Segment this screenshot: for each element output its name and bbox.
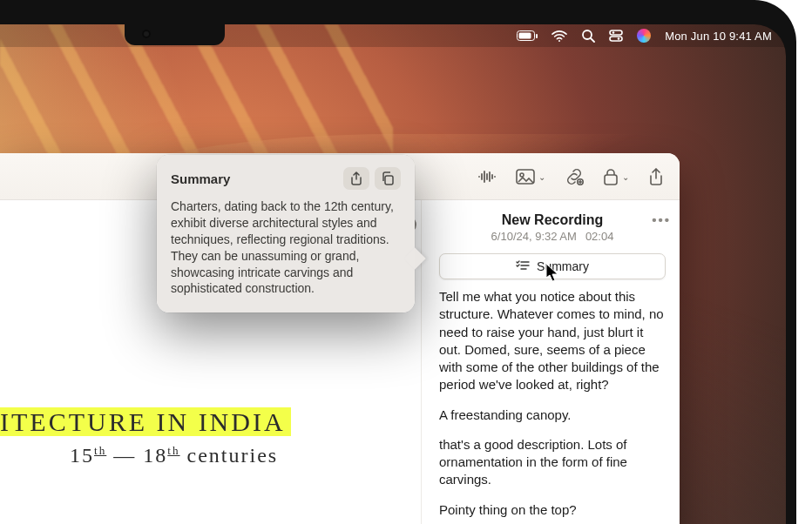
svg-point-8 [618,37,620,40]
transcript-paragraph: that's a good description. Lots of ornam… [439,436,666,489]
recording-title: New Recording [439,212,666,228]
popover-body: Charters, dating back to the 12th centur… [171,198,401,297]
chevron-down-icon: ⌄ [538,172,545,182]
wifi-icon[interactable] [551,30,567,42]
svg-rect-6 [610,37,622,41]
handwritten-note: ITECTURE IN INDIA 15th — 18th centuries [0,406,394,467]
svg-rect-2 [536,34,538,38]
summary-button-label: Summary [537,259,589,273]
summary-popover: Summary Charters, dating back to the 12t… [157,155,415,312]
share-button[interactable] [648,168,664,185]
chevron-down-icon: ⌄ [622,172,629,182]
battery-icon[interactable] [517,30,538,42]
svg-rect-12 [605,175,617,185]
summary-list-icon [516,259,530,273]
menubar-datetime[interactable]: Mon Jun 10 9:41 AM [665,30,772,43]
lock-button[interactable]: ⌄ [603,168,629,185]
audio-waveform-button[interactable] [477,169,497,185]
recording-duration: 02:04 [585,230,614,243]
menu-bar: Mon Jun 10 9:41 AM [0,24,786,47]
popover-title: Summary [171,171,338,186]
popover-share-button[interactable] [343,167,369,190]
svg-point-3 [558,40,560,42]
device-frame: Mon Jun 10 9:41 AM ⌄ ⌄ [0,0,796,524]
svg-rect-5 [610,30,622,35]
svg-point-10 [520,173,524,177]
transcript: Tell me what you notice about this struc… [439,288,666,524]
transcript-paragraph: Tell me what you notice about this struc… [439,288,666,394]
spotlight-icon[interactable] [581,29,595,43]
popover-copy-button[interactable] [375,167,401,190]
recording-meta: 6/10/24, 9:32 AM02:04 [439,230,666,243]
display-notch [125,24,225,45]
svg-rect-13 [385,176,393,185]
recording-panel: ✕ ••• New Recording 6/10/24, 9:32 AM02:0… [421,200,680,524]
screen: Mon Jun 10 9:41 AM ⌄ ⌄ [0,24,786,524]
transcript-paragraph: Pointy thing on the top? [439,501,666,519]
siri-icon[interactable] [637,29,651,43]
handwriting-line-1: ITECTURE IN INDIA [0,407,291,436]
summary-button[interactable]: Summary [439,253,666,279]
media-button[interactable]: ⌄ [516,169,545,185]
link-add-button[interactable] [565,168,584,185]
recording-date: 6/10/24, 9:32 AM [491,230,577,243]
transcript-paragraph: A freestanding canopy. [439,406,666,424]
control-center-icon[interactable] [609,30,623,42]
more-options-button[interactable]: ••• [652,212,671,227]
svg-point-7 [612,31,615,34]
handwriting-line-2: 15th — 18th centuries [70,444,394,467]
svg-rect-1 [519,32,531,38]
